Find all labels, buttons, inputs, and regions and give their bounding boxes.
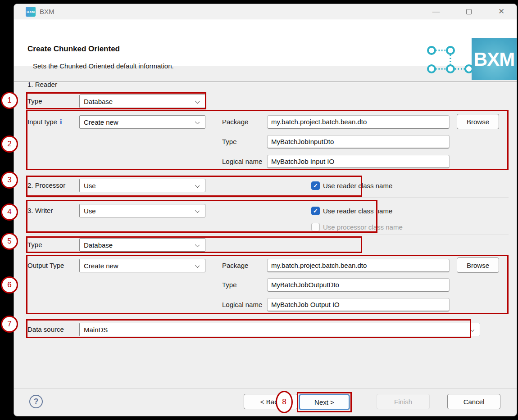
output-package-browse-button[interactable]: Browse <box>457 257 499 273</box>
output-logical-name-field[interactable] <box>267 298 450 312</box>
writer-type-value: Database <box>84 241 113 249</box>
bxm-app-icon: BXM <box>26 7 36 17</box>
section-divider <box>27 198 509 198</box>
maximize-icon <box>466 9 472 14</box>
annotation-circle-7: 7 <box>1 316 18 333</box>
finish-button: Finish <box>377 394 430 409</box>
input-dto-type-label: Type <box>222 137 237 146</box>
output-logical-name-label: Logical name <box>222 300 262 309</box>
minimize-button[interactable]: — <box>426 4 446 19</box>
reader-type-select[interactable]: Database <box>79 95 205 108</box>
info-icon[interactable]: i <box>60 118 62 126</box>
chevron-down-icon <box>195 183 200 188</box>
close-button[interactable]: ✕ <box>491 4 512 19</box>
processor-use-reader-checkbox[interactable] <box>311 181 320 190</box>
writer-type-label: Type <box>27 240 42 249</box>
help-button[interactable]: ? <box>29 395 43 408</box>
page-subtitle: Sets the Chunked Oriented default inform… <box>33 62 174 70</box>
screenshot-stage: BXM BXM — ✕ Create Chunked Oriented Sets… <box>0 0 518 420</box>
processor-label: 2. Processor <box>27 181 65 190</box>
processor-select[interactable]: Use <box>79 179 205 192</box>
chevron-down-icon <box>195 99 200 104</box>
output-package-field[interactable] <box>267 259 450 272</box>
writer-select[interactable]: Use <box>79 204 205 217</box>
chevron-down-icon <box>470 327 474 332</box>
processor-use-reader-label: Use reader class name <box>323 181 392 190</box>
chevron-down-icon <box>195 243 200 247</box>
page-title: Create Chunked Oriented <box>27 45 120 54</box>
data-source-value: MainDS <box>84 326 108 334</box>
title-bar[interactable]: BXM BXM — ✕ <box>14 4 517 19</box>
writer-use-processor-label: Use processor class name <box>323 223 403 231</box>
chevron-down-icon <box>195 208 200 213</box>
annotation-circle-1: 1 <box>1 92 18 109</box>
input-type-label-text: Input type <box>27 118 57 126</box>
annotation-circle-8: 8 <box>276 391 293 413</box>
input-logical-name-label: Logical name <box>222 157 262 166</box>
writer-use-reader-checkbox[interactable] <box>311 207 320 215</box>
input-package-label: Package <box>222 117 248 126</box>
output-dto-type-field[interactable] <box>267 278 450 292</box>
data-source-label: Data source <box>27 325 64 334</box>
output-package-label: Package <box>222 261 248 270</box>
annotation-circle-3: 3 <box>1 172 18 189</box>
data-source-select[interactable]: MainDS <box>79 323 480 336</box>
output-dto-type-label: Type <box>222 280 237 289</box>
input-type-select[interactable]: Create new <box>79 115 205 129</box>
writer-use-reader-label: Use reader class name <box>323 207 392 215</box>
annotation-circle-2: 2 <box>1 135 18 153</box>
bxm-wizard-dialog: BXM BXM — ✕ Create Chunked Oriented Sets… <box>14 4 517 416</box>
annotation-circle-4: 4 <box>1 203 18 221</box>
output-type-select[interactable]: Create new <box>79 259 205 272</box>
next-button[interactable]: Next > <box>299 394 350 410</box>
reader-type-value: Database <box>84 98 113 105</box>
input-dto-type-field[interactable] <box>267 135 450 149</box>
section-divider <box>27 235 509 235</box>
input-package-field[interactable] <box>267 115 450 129</box>
wizard-header: Create Chunked Oriented Sets the Chunked… <box>14 19 517 66</box>
input-package-browse-button[interactable]: Browse <box>457 114 499 129</box>
bxm-logo: BXM <box>472 38 517 80</box>
annotation-circle-6: 6 <box>1 276 18 294</box>
output-type-label: Output Type <box>27 261 64 270</box>
input-logical-name-field[interactable] <box>267 155 450 168</box>
maximize-button[interactable] <box>459 4 479 19</box>
reader-type-label: Type <box>27 97 42 106</box>
chevron-down-icon <box>195 263 200 268</box>
footer-separator <box>14 388 517 389</box>
output-type-value: Create new <box>84 262 118 270</box>
writer-value: Use <box>84 207 96 215</box>
processor-value: Use <box>84 182 96 190</box>
network-icon <box>426 45 475 75</box>
writer-type-select[interactable]: Database <box>79 238 205 252</box>
chevron-down-icon <box>195 120 200 124</box>
input-type-value: Create new <box>84 118 118 126</box>
header-separator <box>14 81 517 82</box>
writer-label: 3. Writer <box>27 206 53 215</box>
writer-use-processor-checkbox[interactable] <box>311 223 320 231</box>
annotation-circle-5: 5 <box>1 233 18 250</box>
window-title: BXM <box>40 8 55 15</box>
input-type-label: Input typei <box>27 117 62 126</box>
section-divider <box>27 318 509 318</box>
reader-section-label: 1. Reader <box>27 80 57 89</box>
cancel-button[interactable]: Cancel <box>447 394 500 409</box>
